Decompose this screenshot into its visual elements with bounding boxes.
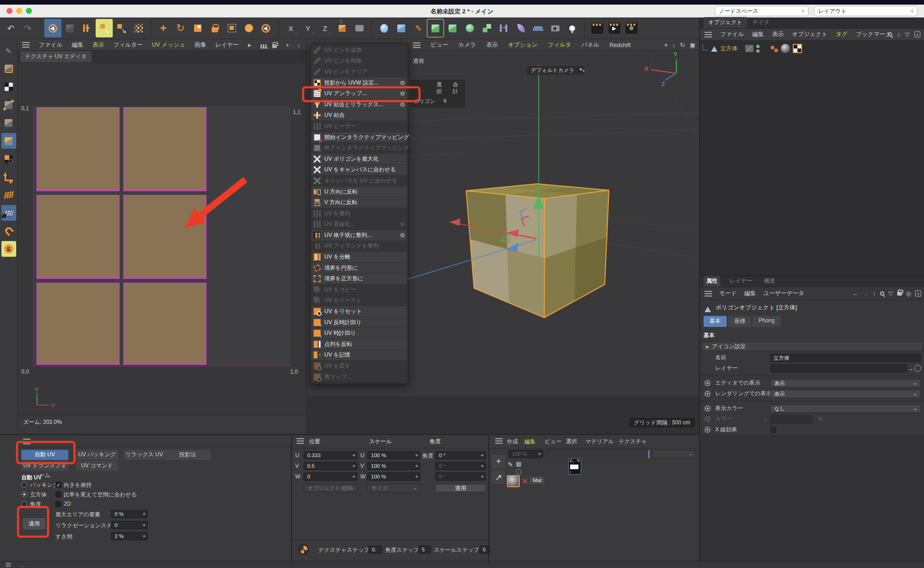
packing-radio[interactable] (21, 482, 27, 488)
angle-radio[interactable] (21, 501, 27, 507)
tab-uv-packing[interactable]: UV パッキング (76, 450, 118, 460)
editable-object-button[interactable] (427, 19, 444, 37)
pan-icon[interactable]: + (284, 42, 291, 48)
live-selection-tool[interactable] (44, 19, 61, 37)
chevron-down-icon[interactable]: ⌄ (909, 365, 913, 372)
point-mode-button[interactable] (1, 97, 16, 113)
uv-menu-uvmesh[interactable]: UV メッシュ (152, 41, 185, 49)
panel-menu-icon[interactable] (413, 42, 420, 48)
panel-menu-icon[interactable] (297, 438, 304, 444)
tab-phong[interactable]: Phong (753, 316, 781, 327)
texture-mode-button[interactable] (1, 79, 16, 95)
swatch-icon[interactable] (516, 462, 521, 467)
angle-radio-label[interactable]: 角度 (30, 501, 41, 508)
axis-lock-tool[interactable] (206, 19, 223, 37)
spinner-icon[interactable] (415, 463, 419, 469)
menu-item-fit-uv-to-canvas[interactable]: UV をキャンバスに合わせる (311, 165, 407, 176)
tab-projection[interactable]: 投影法 (164, 450, 211, 460)
render-settings-button[interactable]: ⚙ (623, 19, 640, 37)
tab-attributes[interactable]: 属性 (704, 276, 720, 287)
enable-axis-button[interactable] (1, 169, 16, 185)
menu-item-uv-unwrap[interactable]: UV アンラップ...⚙ (311, 88, 407, 99)
uv-island[interactable] (36, 283, 120, 365)
texture-step-field[interactable]: 0. (368, 545, 382, 554)
light-button[interactable] (564, 19, 581, 37)
menu-item-boundary-to-square[interactable]: 境界を正方形に (311, 273, 407, 284)
redo-button[interactable]: ↷ (19, 19, 36, 37)
spinner-icon[interactable] (352, 452, 356, 459)
panel-menu-icon[interactable] (495, 438, 503, 444)
filter-icon[interactable]: ▽ (888, 290, 893, 297)
angle-step-field[interactable]: 5 (418, 545, 431, 554)
vp-menu-view[interactable]: ビュー (431, 41, 448, 49)
mat-menu-view[interactable]: ビュー (545, 438, 562, 446)
tab-uv-commands[interactable]: UV コマンド (76, 461, 118, 471)
visibility-dots[interactable] (756, 45, 760, 53)
uv-island[interactable] (123, 195, 207, 279)
polygon-mode-button[interactable] (1, 133, 16, 149)
menu-item-start-interactive-mapping[interactable]: 開始インタラクティブマッピング (311, 132, 407, 143)
options-gear-icon[interactable]: ⚙ (400, 79, 405, 86)
angle-field-1[interactable]: 0 ° (435, 451, 486, 459)
lock-y-axis-button[interactable]: Y↓ (299, 19, 316, 37)
search-icon[interactable] (880, 291, 884, 296)
rectangle-selection-tool[interactable] (223, 19, 240, 37)
object-list[interactable]: 立方体 (700, 41, 924, 275)
keep-orientation-checkbox[interactable]: ✓ (55, 482, 61, 488)
tab-uv-transform[interactable]: UV トランスフォーム (21, 461, 68, 471)
uv-menu-edit[interactable]: 編集 (72, 41, 83, 49)
tab-layers[interactable]: レイヤー (727, 276, 755, 287)
add-icon[interactable]: + (915, 290, 921, 296)
viewport-solo-button[interactable] (351, 19, 368, 37)
camera-button[interactable] (547, 19, 564, 37)
spinner-icon[interactable] (415, 473, 419, 480)
render-visibility-select[interactable]: 表示 (770, 390, 921, 398)
nodespace-select[interactable]: ノードスペース∨ (715, 6, 808, 16)
pen-tool-button[interactable]: ✎ (410, 19, 427, 37)
panel-menu-icon[interactable] (705, 32, 712, 37)
icon-settings-group[interactable]: ▶アイコン設定 (702, 342, 922, 351)
model-tool[interactable] (61, 19, 79, 37)
snap-button[interactable] (1, 223, 16, 239)
lock-x-axis-button[interactable]: X↓ (282, 19, 299, 37)
vp-menu-display[interactable]: 表示 (486, 41, 498, 49)
render-view-button[interactable] (589, 19, 606, 37)
material-name-chip[interactable]: Mat (530, 477, 544, 484)
pos-v-field[interactable]: 0.5 (304, 462, 358, 470)
circle-selection-tool[interactable] (257, 19, 274, 37)
uv-island[interactable] (123, 283, 207, 365)
zoom-view-icon[interactable]: ↕ (672, 42, 675, 48)
menu-item-maximize-uv-polygons[interactable]: UV ポリゴンを最大化 (311, 154, 407, 165)
animation-dot-icon[interactable] (705, 405, 711, 411)
uv-menu-file[interactable]: ファイル (39, 41, 62, 49)
vp-menu-options[interactable]: オプション (508, 41, 537, 49)
target-icon[interactable]: ◎ (906, 290, 911, 297)
up-icon[interactable]: ↑ (873, 290, 876, 297)
lock-icon[interactable] (272, 44, 277, 48)
texture-tag-icon[interactable] (781, 44, 790, 53)
spinner-icon[interactable] (352, 463, 356, 469)
tab-takes[interactable]: テイク (748, 17, 774, 28)
texture-step-clock-icon[interactable] (298, 544, 309, 555)
material-filter-select[interactable] (652, 450, 696, 458)
uv-menu-image[interactable]: 画像 (195, 41, 206, 49)
menu-item-uv-rotate-cw[interactable]: UV 時計回り (311, 328, 407, 339)
vp-menu-panel[interactable]: パネル (582, 41, 599, 49)
menu-overflow-icon[interactable]: ▶ (248, 42, 252, 48)
mat-menu-create[interactable]: 作成 (507, 438, 518, 446)
uv-island[interactable] (123, 107, 207, 191)
cubic-radio-label[interactable]: 立方体 (30, 491, 47, 499)
2d-checkbox[interactable] (55, 501, 61, 507)
edge-mode-button[interactable] (1, 115, 16, 131)
mat-menu-texture[interactable]: テクスチャ (619, 438, 647, 446)
delete-cross-icon[interactable]: ✕ (522, 477, 528, 486)
empty-swatch-icon[interactable] (516, 469, 521, 474)
name-field[interactable]: 立方体 (770, 354, 921, 362)
animation-dot-icon[interactable] (705, 391, 711, 397)
animation-dot-icon[interactable] (705, 427, 711, 433)
cube-primitive-button[interactable] (393, 19, 410, 37)
pos-u-field[interactable]: 0.333 (304, 451, 358, 459)
histogram-icon[interactable] (261, 42, 268, 48)
keep-orientation-label[interactable]: 向きを維持 (64, 481, 92, 489)
spinner-icon[interactable] (142, 522, 146, 528)
